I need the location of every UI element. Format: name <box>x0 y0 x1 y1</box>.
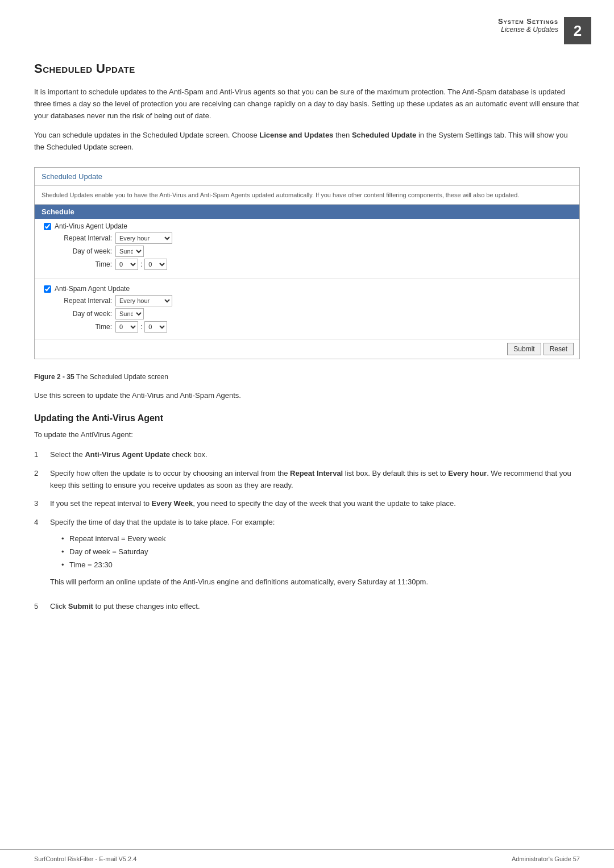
antivirus-section: Anti-Virus Agent Update Repeat Interval:… <box>35 219 579 276</box>
subsection-heading: Updating the Anti-Virus Agent <box>34 413 580 423</box>
step-3-content: If you set the repeat interval to Every … <box>50 498 580 510</box>
step-4: 4 Specify the time of day that the updat… <box>34 517 580 594</box>
antispam-section: Anti-Spam Agent Update Repeat Interval: … <box>35 281 579 339</box>
figure-caption-bold: Figure 2 - 35 <box>34 373 74 381</box>
page-header: System Settings License & Updates 2 <box>0 0 614 44</box>
antispam-time-row-inner: 0 : 0 <box>115 321 167 333</box>
step-1-number: 1 <box>34 449 50 461</box>
steps-list: 1 Select the Anti-Virus Agent Update che… <box>34 449 580 613</box>
step-4-note: This will perform an online update of th… <box>50 576 580 588</box>
agent-divider <box>35 279 579 279</box>
step-5-content: Click Submit to put these changes into e… <box>50 601 580 613</box>
antivirus-time-minute[interactable]: 0 <box>144 259 167 270</box>
antivirus-checkbox[interactable] <box>44 223 51 230</box>
step-4-number: 4 <box>34 517 50 529</box>
reset-button[interactable]: Reset <box>544 343 574 355</box>
screenshot-description: Sheduled Updates enable you to have the … <box>35 186 579 205</box>
antispam-repeat-select[interactable]: Every hour Every day Every week <box>115 295 172 306</box>
chapter-title: System Settings <box>498 17 558 26</box>
antivirus-day-label: Day of week: <box>44 247 112 255</box>
antispam-day-select[interactable]: Sunday Monday Tuesday Wednesday Thursday… <box>115 308 144 319</box>
antivirus-time-label: Time: <box>44 260 112 268</box>
antivirus-checkbox-row: Anti-Virus Agent Update <box>44 222 570 230</box>
antispam-repeat-row: Repeat Interval: Every hour Every day Ev… <box>44 295 570 306</box>
step-4-content: Specify the time of day that the update … <box>50 517 580 594</box>
step-4-bullets: Repeat interval = Every week Day of week… <box>61 533 580 571</box>
antispam-repeat-label: Repeat Interval: <box>44 297 112 305</box>
step-1-content: Select the Anti-Virus Agent Update check… <box>50 449 580 461</box>
antispam-day-row: Day of week: Sunday Monday Tuesday Wedne… <box>44 308 570 319</box>
subsection-intro: To update the AntiVirus Agent: <box>34 429 580 441</box>
step-1: 1 Select the Anti-Virus Agent Update che… <box>34 449 580 461</box>
use-screen-text: Use this screen to update the Anti-Virus… <box>34 390 580 402</box>
figure-caption: Figure 2 - 35 The Scheduled Update scree… <box>34 373 580 381</box>
antispam-time-minute[interactable]: 0 <box>144 321 167 333</box>
step-2-number: 2 <box>34 468 50 480</box>
antispam-time-row: Time: 0 : 0 <box>44 321 570 333</box>
step-3: 3 If you set the repeat interval to Ever… <box>34 498 580 510</box>
screenshot-footer: Submit Reset <box>35 339 579 359</box>
antispam-time-hour[interactable]: 0 <box>115 321 138 333</box>
antispam-day-label: Day of week: <box>44 310 112 318</box>
intro-paragraph-2: You can schedule updates in the Schedule… <box>34 130 580 153</box>
antivirus-repeat-row: Repeat Interval: Every hour Every day Ev… <box>44 232 570 244</box>
screenshot-box: Scheduled Update Sheduled Updates enable… <box>34 167 580 360</box>
antivirus-time-row: Time: 0 : 0 <box>44 259 570 270</box>
schedule-bar: Schedule <box>35 205 579 219</box>
screenshot-header: Scheduled Update <box>35 168 579 186</box>
time-colon-2: : <box>140 323 142 331</box>
bullet-3: Time = 23:30 <box>61 559 580 571</box>
bullet-2: Day of week = Saturday <box>61 546 580 558</box>
intro-paragraph-1: It is important to schedule updates to t… <box>34 86 580 122</box>
antivirus-repeat-select[interactable]: Every hour Every day Every week <box>115 232 172 244</box>
antivirus-repeat-label: Repeat Interval: <box>44 234 112 242</box>
antispam-label: Anti-Spam Agent Update <box>55 285 130 293</box>
chapter-number: 2 <box>564 17 591 44</box>
page-title: Scheduled Update <box>34 61 580 76</box>
time-colon-1: : <box>140 260 142 268</box>
antispam-time-label: Time: <box>44 323 112 331</box>
footer-right: Administrator's Guide 57 <box>512 855 580 862</box>
antivirus-time-hour[interactable]: 0 <box>115 259 138 270</box>
main-content: Scheduled Update It is important to sche… <box>0 44 614 654</box>
step-3-number: 3 <box>34 498 50 510</box>
bullet-1: Repeat interval = Every week <box>61 533 580 545</box>
step-2: 2 Specify how often the update is to occ… <box>34 468 580 492</box>
header-text: System Settings License & Updates <box>498 17 558 34</box>
header-right: System Settings License & Updates 2 <box>498 17 591 44</box>
page-footer: SurfControl RiskFilter - E-mail V5.2.4 A… <box>0 849 614 868</box>
antivirus-label: Anti-Virus Agent Update <box>55 222 127 230</box>
screenshot-header-title: Scheduled Update <box>42 172 102 181</box>
antispam-checkbox[interactable] <box>44 285 51 293</box>
antivirus-day-row: Day of week: Sunday Monday Tuesday Wedne… <box>44 246 570 257</box>
step-5: 5 Click Submit to put these changes into… <box>34 601 580 613</box>
step-5-number: 5 <box>34 601 50 613</box>
footer-left: SurfControl RiskFilter - E-mail V5.2.4 <box>34 855 136 862</box>
antispam-checkbox-row: Anti-Spam Agent Update <box>44 285 570 293</box>
step-2-content: Specify how often the update is to occur… <box>50 468 580 492</box>
submit-button[interactable]: Submit <box>507 343 541 355</box>
antivirus-time-row-inner: 0 : 0 <box>115 259 167 270</box>
chapter-subtitle: License & Updates <box>498 26 558 34</box>
antivirus-day-select[interactable]: Sunday Monday Tuesday Wednesday Thursday… <box>115 246 144 257</box>
